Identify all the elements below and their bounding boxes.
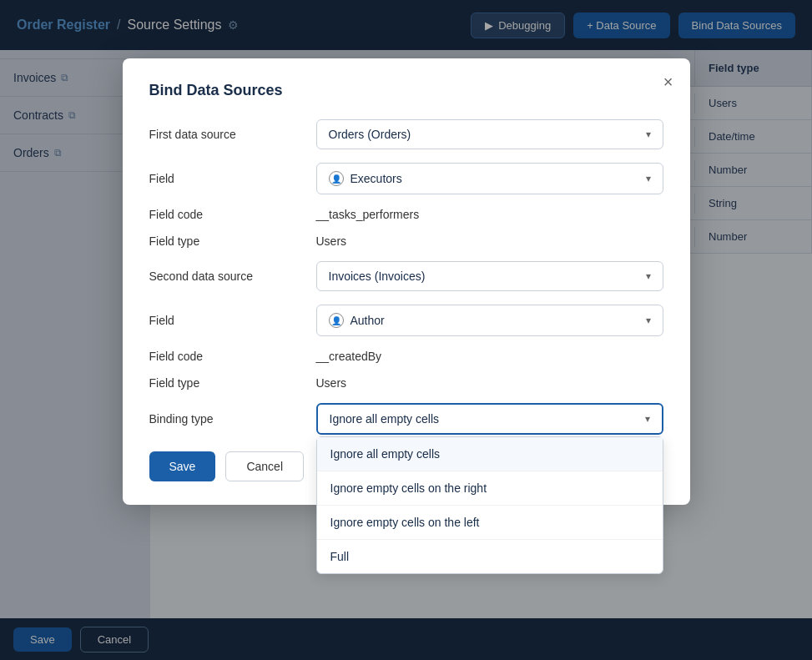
bind-data-sources-modal: Bind Data Sources × First data source Or… xyxy=(123,58,690,505)
field-code2-row: Field code __createdBy xyxy=(149,350,663,363)
close-button[interactable]: × xyxy=(663,73,673,90)
field-type1-row: Field type Users xyxy=(149,234,663,248)
modal-save-button[interactable]: Save xyxy=(149,451,216,481)
field1-row: Field 👤 Executors ▾ xyxy=(149,163,663,194)
chevron-down-icon: ▾ xyxy=(646,270,651,282)
binding-type-select[interactable]: Ignore all empty cells ▾ xyxy=(316,403,663,435)
dropdown-item-ignore-left[interactable]: Ignore empty cells on the left xyxy=(317,506,663,540)
field-code1-value: __tasks_performers xyxy=(316,208,663,221)
field-type2-row: Field type Users xyxy=(149,376,663,390)
second-data-source-label: Second data source xyxy=(149,270,316,283)
first-data-source-value: Orders (Orders) xyxy=(329,128,411,141)
field-code2-label: Field code xyxy=(149,350,316,363)
binding-type-label: Binding type xyxy=(149,412,316,426)
binding-type-value: Ignore all empty cells xyxy=(330,412,440,426)
chevron-down-icon: ▾ xyxy=(645,413,650,425)
field-type2-label: Field type xyxy=(149,376,316,390)
user-icon: 👤 xyxy=(329,313,344,328)
binding-type-dropdown: Ignore all empty cells Ignore empty cell… xyxy=(316,436,663,574)
dropdown-item-full[interactable]: Full xyxy=(317,540,663,573)
first-data-source-label: First data source xyxy=(149,128,316,141)
second-data-source-value: Invoices (Invoices) xyxy=(329,270,426,283)
modal-title: Bind Data Sources xyxy=(149,82,663,99)
second-data-source-select[interactable]: Invoices (Invoices) ▾ xyxy=(316,261,663,291)
field2-row: Field 👤 Author ▾ xyxy=(149,305,663,336)
dropdown-item-ignore-right[interactable]: Ignore empty cells on the right xyxy=(317,471,663,506)
field-type1-label: Field type xyxy=(149,234,316,248)
dropdown-item-ignore-all[interactable]: Ignore all empty cells xyxy=(317,437,663,471)
field-type1-value: Users xyxy=(316,234,663,248)
field-code1-row: Field code __tasks_performers xyxy=(149,208,663,221)
first-data-source-select[interactable]: Orders (Orders) ▾ xyxy=(316,119,663,149)
field-code1-label: Field code xyxy=(149,208,316,221)
binding-type-container: Ignore all empty cells ▾ Ignore all empt… xyxy=(316,403,663,435)
chevron-down-icon: ▾ xyxy=(646,128,651,140)
field2-value: 👤 Author xyxy=(329,313,385,328)
field1-label: Field xyxy=(149,172,316,185)
binding-type-row: Binding type Ignore all empty cells ▾ Ig… xyxy=(149,403,663,435)
first-data-source-row: First data source Orders (Orders) ▾ xyxy=(149,119,663,149)
chevron-down-icon: ▾ xyxy=(646,173,651,184)
modal-cancel-button[interactable]: Cancel xyxy=(225,451,304,481)
chevron-down-icon: ▾ xyxy=(646,315,651,326)
field1-value: 👤 Executors xyxy=(329,171,402,186)
field2-label: Field xyxy=(149,314,316,327)
field1-select[interactable]: 👤 Executors ▾ xyxy=(316,163,663,194)
user-icon: 👤 xyxy=(329,171,344,186)
field2-select[interactable]: 👤 Author ▾ xyxy=(316,305,663,336)
modal-overlay: Bind Data Sources × First data source Or… xyxy=(0,0,812,660)
second-data-source-row: Second data source Invoices (Invoices) ▾ xyxy=(149,261,663,291)
field-code2-value: __createdBy xyxy=(316,350,663,363)
field-type2-value: Users xyxy=(316,376,663,390)
